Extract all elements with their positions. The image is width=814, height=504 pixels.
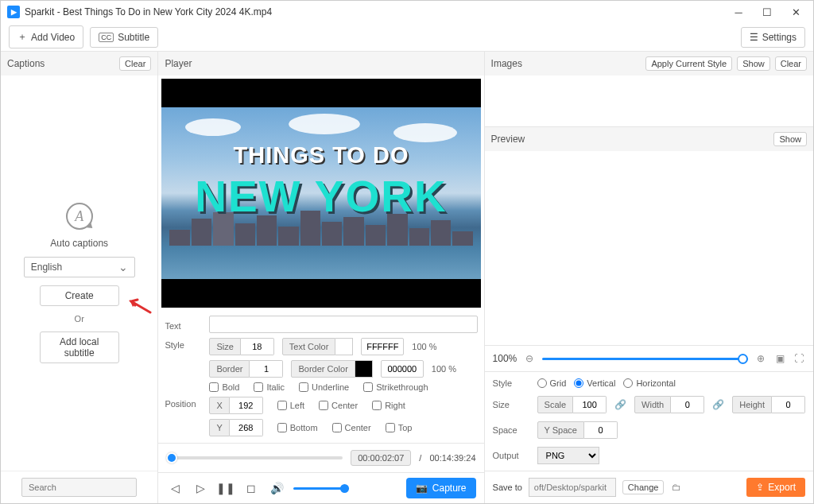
main-area: Captions Clear A Auto captions English ⌄… — [1, 52, 813, 503]
text-color-hex-input[interactable] — [361, 338, 404, 355]
align-center-v-checkbox[interactable]: Center — [332, 423, 371, 432]
style-vertical-radio[interactable]: Vertical — [574, 378, 615, 388]
right-panel: Images Apply Current Style Show Clear Pr… — [485, 52, 813, 503]
border-color-swatch[interactable] — [355, 360, 373, 378]
text-color-group: Text Color — [282, 338, 354, 355]
auto-captions-icon: A — [66, 203, 93, 230]
app-window: ▶ Sparkit - Best Things To Do in New Yor… — [0, 0, 814, 504]
border-alpha-readout: 100 % — [432, 364, 456, 374]
prev-style-label: Style — [493, 378, 529, 388]
captions-clear-button[interactable]: Clear — [119, 56, 151, 71]
preview-show-button[interactable]: Show — [773, 132, 807, 146]
next-frame-button[interactable]: ▷ — [192, 479, 209, 497]
align-top-checkbox[interactable]: Top — [386, 423, 413, 432]
zoom-in-icon[interactable]: ⊕ — [754, 352, 767, 365]
or-divider: Or — [75, 314, 84, 324]
width-input[interactable] — [671, 396, 704, 413]
preview-header: Preview Show — [485, 127, 813, 151]
player-header: Player — [158, 52, 483, 76]
volume-icon[interactable]: 🔊 — [268, 479, 285, 497]
change-path-button[interactable]: Change — [622, 480, 665, 494]
preview-body — [485, 151, 813, 345]
border-input[interactable] — [250, 360, 283, 378]
height-input[interactable] — [772, 396, 805, 413]
app-icon: ▶ — [7, 6, 20, 18]
save-row: Save to oft/Desktop/sparkit Change 🗀 ⇪ E… — [485, 471, 813, 503]
output-format-select[interactable]: PNG — [537, 447, 599, 464]
add-local-subtitle-button[interactable]: Add local subtitle — [40, 331, 119, 363]
folder-icon[interactable]: 🗀 — [670, 481, 683, 494]
link-icon[interactable]: 🔗 — [712, 399, 724, 410]
player-title: Player — [165, 58, 192, 69]
pointer-arrow-icon — [128, 298, 152, 314]
align-bottom-checkbox[interactable]: Bottom — [277, 423, 318, 432]
zoom-readout: 100% — [493, 353, 517, 364]
timeline-track[interactable] — [166, 456, 343, 459]
current-time: 00:00:02:07 — [351, 450, 411, 466]
style-grid-radio[interactable]: Grid — [537, 378, 567, 388]
captions-title: Captions — [7, 58, 45, 69]
settings-button[interactable]: ☰ Settings — [741, 27, 805, 48]
images-clear-button[interactable]: Clear — [775, 56, 807, 71]
images-panel: Images Apply Current Style Show Clear — [485, 52, 813, 127]
prev-size-label: Size — [493, 400, 529, 409]
pos-y-input[interactable] — [230, 419, 263, 436]
window-title: Sparkit - Best Things To Do in New York … — [25, 6, 724, 17]
maximize-button[interactable]: ☐ — [753, 1, 781, 23]
zoom-out-icon[interactable]: ⊖ — [523, 352, 536, 365]
close-button[interactable]: ✕ — [781, 1, 810, 23]
player-controls: ◁ ▷ ❚❚ ◻ 🔊 📷 Capture — [158, 472, 483, 503]
fullscreen-icon[interactable]: ⛶ — [793, 352, 805, 365]
time-slash: / — [419, 453, 421, 463]
images-header: Images Apply Current Style Show Clear — [485, 52, 813, 76]
pause-button[interactable]: ❚❚ — [217, 479, 235, 497]
video-preview[interactable]: THINGS TO DO NEW YORK — [161, 79, 480, 308]
underline-checkbox[interactable]: Underline — [299, 382, 349, 392]
add-video-button[interactable]: ＋ Add Video — [9, 25, 83, 48]
prev-space-label: Space — [493, 425, 529, 435]
prev-frame-button[interactable]: ◁ — [166, 479, 184, 497]
style-label: Style — [165, 338, 203, 350]
size-input[interactable] — [241, 338, 274, 355]
text-color-swatch[interactable] — [335, 338, 353, 355]
save-to-label: Save to — [493, 483, 522, 492]
create-captions-button[interactable]: Create — [40, 285, 119, 306]
capture-button[interactable]: 📷 Capture — [406, 478, 476, 498]
preview-options: Style Grid Vertical Horizontal Size Scal… — [485, 371, 813, 471]
zoom-thumb[interactable] — [738, 354, 748, 364]
caption-style-form: Text Style Size Text Color 100 % Border — [158, 311, 483, 443]
subtitle-button[interactable]: CC Subtitle — [90, 27, 158, 48]
auto-captions-label: Auto captions — [50, 238, 108, 249]
captions-search — [1, 471, 157, 503]
export-button[interactable]: ⇪ Export — [746, 478, 805, 497]
yspace-input[interactable] — [584, 421, 618, 439]
fit-icon[interactable]: ▣ — [773, 352, 786, 365]
video-overlay-line1: THINGS TO DO — [161, 142, 480, 169]
volume-slider[interactable] — [293, 487, 349, 490]
images-show-button[interactable]: Show — [737, 56, 770, 71]
link-icon[interactable]: 🔗 — [614, 399, 626, 410]
scale-input[interactable] — [573, 396, 607, 413]
caption-text-input[interactable] — [209, 316, 477, 333]
stop-button[interactable]: ◻ — [242, 479, 260, 497]
pos-x-input[interactable] — [230, 397, 263, 414]
align-center-h-checkbox[interactable]: Center — [319, 401, 358, 410]
italic-checkbox[interactable]: Italic — [254, 382, 285, 392]
align-right-checkbox[interactable]: Right — [372, 401, 405, 410]
align-left-checkbox[interactable]: Left — [277, 401, 304, 410]
captions-search-input[interactable] — [21, 478, 137, 497]
strikethrough-checkbox[interactable]: Strikethrough — [363, 382, 428, 392]
preview-title: Preview — [491, 134, 525, 145]
camera-icon: 📷 — [416, 483, 428, 494]
timeline-thumb[interactable] — [166, 452, 177, 463]
zoom-slider[interactable] — [542, 358, 748, 360]
bold-checkbox[interactable]: Bold — [209, 382, 239, 392]
minimize-button[interactable]: ─ — [724, 1, 753, 23]
border-color-hex-input[interactable] — [381, 360, 424, 378]
zoom-row: 100% ⊖ ⊕ ▣ ⛶ — [485, 345, 813, 371]
position-label: Position — [165, 397, 203, 409]
style-horizontal-radio[interactable]: Horizontal — [623, 378, 676, 388]
language-select[interactable]: English ⌄ — [24, 257, 135, 277]
settings-icon: ☰ — [750, 32, 758, 43]
apply-style-button[interactable]: Apply Current Style — [645, 56, 732, 71]
